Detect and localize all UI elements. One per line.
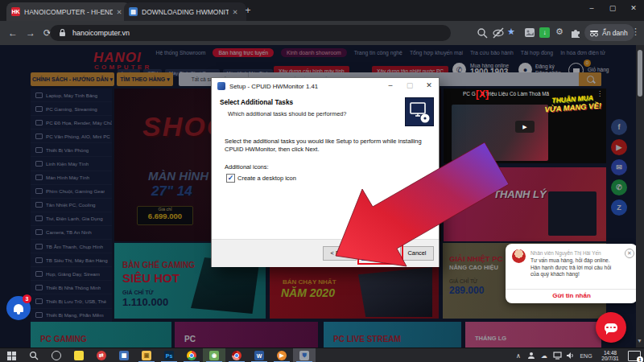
bell-icon bbox=[14, 304, 23, 312]
video-close-button[interactable]: [X] bbox=[476, 88, 489, 100]
guidance-arrow bbox=[308, 135, 509, 276]
tab2-title: DOWNLOADING HWMONITOR_ bbox=[142, 8, 229, 16]
eye-off-icon[interactable] bbox=[492, 27, 505, 39]
forward-icon[interactable]: → bbox=[26, 27, 35, 39]
taskbar: ⇄ ▦ ▣ Ps ◉ W ▶ ⛊ ∧ ☁ ENG 14:4820/7/31 1 bbox=[0, 348, 644, 362]
chat-icon bbox=[605, 323, 617, 332]
lock-icon bbox=[56, 29, 69, 37]
desktop-icon-checkbox-label[interactable]: Create a desktop icon bbox=[237, 175, 296, 182]
language-indicator[interactable]: ENG bbox=[576, 348, 596, 362]
chrome-canary-icon[interactable] bbox=[225, 348, 248, 362]
dialog-subheading: Which additional tasks should be perform… bbox=[228, 110, 346, 117]
tray-chevron-icon[interactable]: ∧ bbox=[512, 348, 525, 362]
additional-icons-label: Additional icons: bbox=[225, 163, 269, 171]
bell-badge: 3 bbox=[23, 294, 31, 303]
dialog-header: Select Additional Tasks Which additional… bbox=[212, 94, 439, 129]
chat-bubble-button[interactable] bbox=[596, 312, 626, 343]
tab1-favicon: HK bbox=[11, 7, 20, 16]
incognito-icon bbox=[589, 29, 599, 37]
volume-icon[interactable] bbox=[564, 348, 576, 362]
desktop-icon-checkbox[interactable]: ✓ bbox=[226, 174, 235, 183]
agent-avatar bbox=[512, 249, 526, 263]
extensions-puzzle-icon[interactable] bbox=[570, 27, 581, 38]
dialog-title: Setup - CPUID HWMonitor 1.41 bbox=[229, 83, 318, 90]
network-icon[interactable] bbox=[551, 348, 564, 362]
bookmark-star-icon[interactable]: ★ bbox=[507, 27, 515, 37]
taskbar-search-icon[interactable] bbox=[23, 348, 45, 362]
window-maximize-button[interactable]: ▢ bbox=[602, 0, 623, 18]
send-message-button[interactable]: Gửi tin nhắn bbox=[506, 292, 638, 299]
sticky-notes-icon[interactable] bbox=[68, 348, 90, 362]
address-bar[interactable]: hanoicomputer.vn bbox=[50, 25, 451, 41]
media-app-icon[interactable]: ▶ bbox=[270, 348, 293, 362]
clock[interactable]: 14:4820/7/31 bbox=[596, 348, 625, 362]
search-icon[interactable] bbox=[477, 27, 488, 39]
browser-tab-bar: HK HANOICOMPUTER - HI-END CO ✕ ▤ DOWNLOA… bbox=[0, 0, 644, 21]
tab2-close-icon[interactable]: ✕ bbox=[229, 8, 242, 16]
idm-ext-icon[interactable]: ↓ bbox=[539, 27, 550, 38]
video-overlay-text: THUẬN MUA VỪA MANG VỀ! bbox=[544, 93, 602, 114]
gear-ext-icon[interactable]: ⚙ bbox=[555, 27, 564, 37]
file-explorer-icon[interactable]: ▣ bbox=[135, 348, 158, 362]
installer-window-icon[interactable]: ⛊ bbox=[293, 348, 316, 362]
agent-name: Nhân viên Nguyễn Thị Hải Yến bbox=[530, 250, 601, 256]
tab2-favicon: ▤ bbox=[129, 7, 138, 16]
hwmonitor-setup-icon[interactable]: ◉ bbox=[203, 348, 225, 362]
word-icon[interactable]: W bbox=[248, 348, 270, 362]
dialog-heading: Select Additional Tasks bbox=[220, 99, 293, 106]
new-tab-button[interactable]: + bbox=[242, 5, 254, 18]
scrollbar-thumb[interactable] bbox=[638, 50, 642, 97]
browser-menu-icon[interactable]: ⋮ bbox=[631, 27, 640, 37]
photoshop-icon[interactable]: Ps bbox=[158, 348, 180, 362]
image-ext-icon[interactable] bbox=[524, 27, 535, 38]
onedrive-cloud-icon[interactable]: ☁ bbox=[538, 348, 551, 362]
url-text: hanoicomputer.vn bbox=[72, 29, 130, 37]
chrome-icon[interactable] bbox=[180, 348, 203, 362]
window-close-button[interactable]: ✕ bbox=[623, 0, 644, 18]
screen: HK HANOICOMPUTER - HI-END CO ✕ ▤ DOWNLOA… bbox=[0, 0, 644, 362]
tab-hanoicomputer[interactable]: HK HANOICOMPUTER - HI-END CO ✕ bbox=[6, 2, 130, 21]
dialog-maximize-button: ▢ bbox=[400, 78, 419, 93]
setup-app-icon bbox=[217, 82, 225, 90]
tab1-title: HANOICOMPUTER - HI-END CO bbox=[24, 8, 113, 16]
dialog-close-button[interactable]: ✕ bbox=[419, 78, 439, 93]
chat-divider bbox=[506, 289, 638, 290]
tab-downloading-hwmonitor[interactable]: ▤ DOWNLOADING HWMONITOR_ ✕ bbox=[124, 2, 246, 21]
wizard-image bbox=[405, 97, 434, 126]
incognito-badge: Ẩn danh bbox=[584, 24, 634, 41]
teamviewer-icon[interactable]: ⇄ bbox=[90, 348, 113, 362]
cortana-icon[interactable] bbox=[45, 348, 68, 362]
action-center-icon[interactable]: 1 bbox=[625, 348, 644, 362]
chat-message: Tư vấn mua hàng, hỏi đáp online. Hân hạn… bbox=[530, 257, 630, 278]
start-button[interactable] bbox=[0, 348, 23, 362]
tray-person-icon[interactable] bbox=[525, 348, 538, 362]
scrollbar-down-icon[interactable]: ▼ bbox=[637, 338, 642, 343]
back-icon[interactable]: ← bbox=[8, 27, 18, 39]
window-minimize-button[interactable]: – bbox=[581, 0, 602, 18]
play-button[interactable]: ▶ bbox=[515, 121, 535, 133]
incognito-label: Ẩn danh bbox=[602, 29, 628, 37]
pc-app-icon[interactable]: ▦ bbox=[113, 348, 135, 362]
dialog-minimize-button[interactable]: – bbox=[381, 78, 400, 93]
notification-count-badge: 1 bbox=[637, 356, 643, 362]
chat-popup: Nhân viên Nguyễn Thị Hải Yến ✕ Tư vấn mu… bbox=[506, 244, 638, 303]
